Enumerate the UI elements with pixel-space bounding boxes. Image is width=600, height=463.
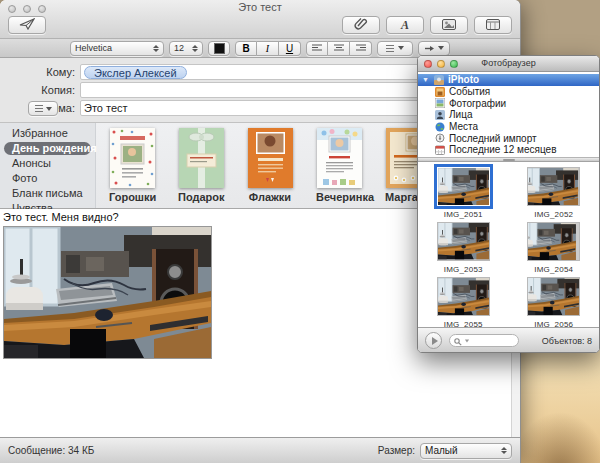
photo-item[interactable]: IMG_2052 [509, 167, 600, 222]
photo-thumbnail[interactable] [437, 277, 490, 316]
image-size-label: Размер: [378, 445, 415, 456]
window-controls [424, 60, 458, 68]
events-icon [435, 87, 445, 97]
list-icon [35, 105, 43, 112]
send-button[interactable] [8, 16, 46, 34]
photo-thumbnail[interactable] [527, 222, 580, 261]
window-title: Это тест [0, 0, 520, 15]
template-polkadots[interactable]: Горошки [109, 128, 155, 208]
chevron-down-icon [46, 107, 52, 111]
align-left-icon [312, 44, 322, 52]
category-stationery[interactable]: Бланк письма [4, 187, 91, 200]
bold-button[interactable]: B [235, 41, 257, 56]
category-birthday[interactable]: День рождения [4, 142, 91, 155]
photo-thumbnail[interactable] [527, 167, 580, 206]
align-left-button[interactable] [306, 41, 328, 56]
stepper-icon [152, 45, 159, 52]
stationery-categories: Избранное День рождения Анонсы Фото Блан… [0, 123, 96, 208]
indent-button[interactable] [418, 41, 450, 56]
stationery-icon [486, 16, 500, 34]
category-photos[interactable]: Фото [4, 172, 91, 185]
text-color-button[interactable] [208, 41, 230, 56]
template-thumbnail [110, 128, 155, 188]
font-size-select[interactable]: 12 [169, 41, 203, 56]
list-bullets-icon [386, 45, 394, 52]
minimize-button[interactable] [437, 60, 445, 68]
source-places[interactable]: Места [418, 121, 599, 133]
play-icon [432, 337, 438, 345]
photo-name: IMG_2052 [509, 210, 600, 219]
photo-item[interactable]: IMG_2055 [418, 277, 509, 327]
source-photos[interactable]: Фотографии [418, 97, 599, 109]
places-icon [435, 122, 445, 132]
search-input[interactable] [472, 336, 512, 345]
photo-thumbnail-selected[interactable] [437, 167, 490, 206]
close-button[interactable] [8, 5, 16, 13]
font-family-select[interactable]: Helvetica [70, 41, 164, 56]
window-chrome: Это тест A [0, 0, 520, 39]
align-center-button[interactable] [328, 41, 350, 56]
source-faces[interactable]: Лица [418, 109, 599, 121]
photo-name: IMG_2055 [418, 320, 509, 327]
category-favorites[interactable]: Избранное [4, 127, 91, 140]
photo-item[interactable]: IMG_2056 [509, 277, 600, 327]
fonts-icon: A [401, 18, 409, 33]
template-party[interactable]: Вечеринка [316, 128, 362, 208]
fonts-button[interactable]: A [386, 16, 424, 34]
list-style-button[interactable] [377, 41, 413, 56]
template-flags[interactable]: Флажки [247, 128, 293, 208]
stationery-button[interactable] [474, 16, 512, 34]
header-options-button[interactable] [28, 101, 58, 116]
photo-name: IMG_2053 [418, 265, 509, 274]
zoom-button[interactable] [450, 60, 458, 68]
template-thumbnail [179, 128, 224, 188]
paper-plane-icon [19, 16, 35, 34]
photo-name: IMG_2051 [418, 210, 509, 219]
italic-button[interactable]: I [257, 41, 279, 56]
photo-browser-footer: Объектов: 8 [418, 327, 599, 353]
photo-browser-button[interactable] [430, 16, 468, 34]
photo-thumbnail[interactable] [527, 277, 580, 316]
category-announcements[interactable]: Анонсы [4, 157, 91, 170]
color-swatch [214, 43, 225, 54]
source-events[interactable]: События [418, 86, 599, 98]
photo-thumbnail[interactable] [437, 222, 490, 261]
last-12-months-icon [435, 145, 445, 155]
source-iphoto[interactable]: ▼ iPhoto [418, 74, 599, 86]
minimize-button[interactable] [23, 5, 31, 13]
template-thumbnail [248, 128, 293, 188]
titlebar[interactable]: Это тест [0, 0, 520, 15]
photo-name: IMG_2054 [509, 265, 600, 274]
photo-search-field[interactable] [449, 334, 519, 347]
photo-item[interactable]: IMG_2051 [418, 167, 509, 222]
close-button[interactable] [424, 60, 432, 68]
align-segment [306, 41, 372, 56]
faces-icon [435, 110, 445, 120]
source-last-import[interactable]: Последний импорт [418, 132, 599, 144]
template-label: Вечеринка [316, 191, 362, 203]
photo-name: IMG_2056 [509, 320, 600, 327]
photo-item[interactable]: IMG_2053 [418, 222, 509, 277]
source-last-12-months[interactable]: Последние 12 месяцев [418, 144, 599, 156]
disclosure-triangle-icon[interactable]: ▼ [422, 76, 430, 83]
photo-item[interactable]: IMG_2054 [509, 222, 600, 277]
recipient-pill[interactable]: Экслер Алексей [84, 66, 187, 79]
attach-button[interactable] [342, 16, 380, 34]
photo-browser-titlebar[interactable]: Фотобраузер [418, 56, 599, 72]
template-gift[interactable]: Подарок [178, 128, 224, 208]
align-center-icon [334, 44, 344, 52]
underline-button[interactable]: U [279, 41, 301, 56]
splitter-handle[interactable] [418, 157, 599, 162]
align-right-icon [356, 44, 366, 52]
slideshow-play-button[interactable] [425, 332, 442, 349]
stepper-icon [191, 45, 198, 52]
inline-photo-attachment[interactable] [3, 226, 212, 359]
search-scope-icon[interactable] [465, 339, 469, 342]
desktop: Это тест A [0, 0, 600, 463]
template-label: Горошки [109, 191, 155, 203]
image-size-select[interactable]: Малый [420, 443, 512, 459]
zoom-button[interactable] [38, 5, 46, 13]
toolbar: A [0, 15, 520, 38]
align-right-button[interactable] [350, 41, 372, 56]
arrow-right-icon [425, 45, 434, 52]
